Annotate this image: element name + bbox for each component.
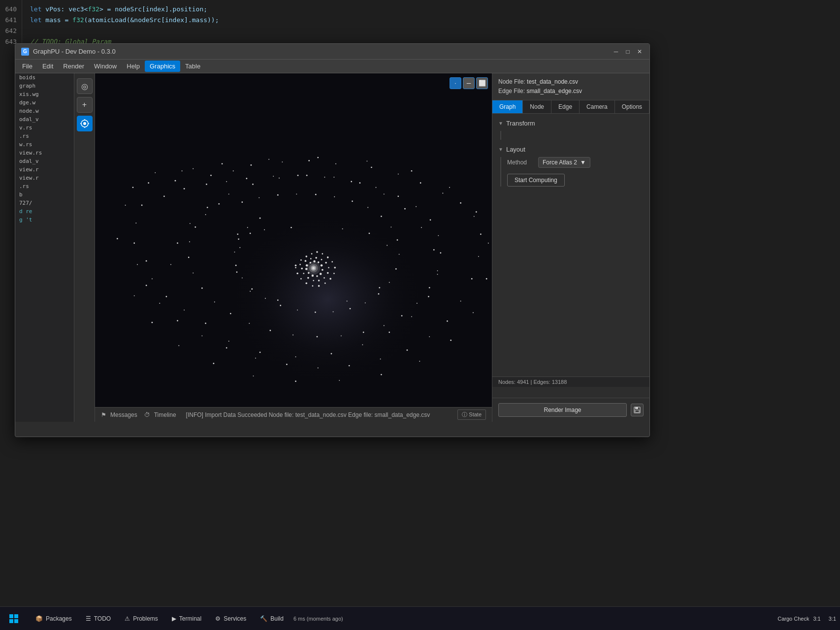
start-button[interactable] — [4, 610, 24, 628]
file-item-boids[interactable]: boids — [15, 73, 74, 82]
file-item-odalv2[interactable]: odal_v — [15, 157, 74, 165]
svg-point-29 — [429, 336, 430, 337]
svg-point-95 — [365, 302, 366, 303]
svg-point-200 — [182, 170, 183, 171]
transform-header[interactable]: ▼ Transform — [498, 120, 644, 127]
file-item-viewr2[interactable]: view.r — [15, 165, 74, 174]
layout-header[interactable]: ▼ Layout — [498, 146, 644, 153]
svg-point-106 — [238, 238, 239, 240]
canvas-btn-2[interactable]: ─ — [463, 77, 475, 89]
file-sidebar: boids graph xis.wg dge.w node.w odal_v v… — [15, 73, 74, 422]
svg-point-148 — [316, 275, 318, 277]
svg-point-52 — [324, 177, 325, 178]
tool-target[interactable] — [77, 116, 93, 131]
taskbar-terminal[interactable]: ▶ Terminal — [166, 610, 207, 628]
menu-graphics[interactable]: Graphics — [145, 61, 180, 72]
taskbar-packages[interactable]: 📦 Packages — [30, 610, 78, 628]
file-item-odal[interactable]: odal_v — [15, 115, 74, 124]
method-dropdown[interactable]: Force Atlas 2 ▼ — [538, 157, 590, 168]
tab-edge[interactable]: Edge — [551, 100, 580, 113]
svg-point-49 — [246, 178, 248, 179]
tool-circle[interactable]: ◎ — [77, 78, 93, 94]
file-item-re[interactable]: d re — [15, 207, 74, 216]
close-button[interactable]: ✕ — [636, 48, 644, 56]
menu-edit[interactable]: Edit — [37, 61, 58, 72]
timeline-icon: ⏱ — [144, 411, 150, 418]
tab-camera[interactable]: Camera — [580, 100, 615, 113]
file-item-node[interactable]: node.w — [15, 107, 74, 115]
svg-point-105 — [234, 252, 235, 252]
taskbar-build[interactable]: 🔨 Build — [254, 610, 290, 628]
svg-point-146 — [322, 269, 323, 271]
file-item-xis[interactable]: xis.wg — [15, 90, 74, 98]
svg-point-134 — [327, 272, 329, 274]
file-item-b[interactable]: b — [15, 190, 74, 199]
file-item-rs1[interactable]: .rs — [15, 132, 74, 140]
file-item-graph[interactable]: graph — [15, 82, 74, 90]
taskbar-problems[interactable]: ⚠ Problems — [119, 610, 164, 628]
title-controls[interactable]: ─ □ ✕ — [612, 48, 644, 56]
taskbar-services[interactable]: ⚙ Services — [209, 610, 252, 628]
svg-point-161 — [387, 245, 388, 246]
graph-canvas-area[interactable]: · ─ ⬜ ⚑ Messages ⏱ Timeline [INFO] Impor… — [95, 73, 492, 422]
svg-point-137 — [313, 280, 314, 282]
svg-point-70 — [249, 323, 250, 324]
canvas-btn-1[interactable]: · — [450, 77, 461, 89]
minimize-button[interactable]: ─ — [612, 48, 620, 56]
right-panel: Node File: test_data_node.csv Edge File:… — [492, 73, 649, 422]
terminal-icon: ▶ — [172, 615, 176, 622]
svg-point-104 — [235, 265, 237, 266]
canvas-btn-3[interactable]: ⬜ — [476, 77, 488, 89]
svg-point-43 — [135, 222, 136, 223]
state-label[interactable]: ⓘ State — [457, 410, 486, 420]
svg-point-203 — [317, 157, 319, 158]
menu-help[interactable]: Help — [122, 61, 145, 72]
menu-window[interactable]: Window — [89, 61, 122, 72]
svg-point-74 — [193, 273, 194, 274]
taskbar: 📦 Packages ☰ TODO ⚠ Problems ▶ Terminal … — [0, 606, 840, 630]
app-window: G GraphPU - Dev Demo - 0.3.0 ─ □ ✕ File … — [15, 43, 650, 437]
file-item-v[interactable]: v.rs — [15, 124, 74, 132]
file-item-wrs[interactable]: w.rs — [15, 140, 74, 149]
svg-point-113 — [316, 251, 318, 253]
svg-point-128 — [305, 260, 307, 262]
file-item-rs2[interactable]: .rs — [15, 182, 74, 190]
file-item-viewrs[interactable]: view.rs — [15, 149, 74, 157]
tab-node[interactable]: Node — [523, 100, 551, 113]
status-icons: ⚑ Messages ⏱ Timeline — [101, 411, 176, 418]
menu-file[interactable]: File — [17, 61, 37, 72]
svg-point-180 — [411, 316, 412, 317]
start-computing-button[interactable]: Start Computing — [507, 172, 644, 187]
node-file-value: test_data_node.csv — [527, 78, 578, 85]
render-image-button[interactable]: Render Image — [498, 403, 627, 417]
start-btn[interactable]: Start Computing — [507, 174, 565, 187]
svg-point-10 — [175, 180, 176, 182]
svg-point-168 — [250, 233, 251, 234]
svg-point-133 — [328, 267, 329, 268]
timeline-label[interactable]: Timeline — [154, 411, 176, 418]
file-item-dge[interactable]: dge.w — [15, 98, 74, 107]
file-item-viewr3[interactable]: view.r — [15, 174, 74, 182]
svg-point-120 — [324, 283, 326, 284]
messages-label[interactable]: Messages — [110, 411, 137, 418]
restore-button[interactable]: □ — [624, 48, 632, 56]
tab-graph[interactable]: Graph — [492, 100, 523, 113]
svg-point-73 — [201, 287, 203, 289]
svg-point-183 — [433, 249, 435, 251]
file-item-t[interactable]: g 't — [15, 216, 74, 224]
tab-options[interactable]: Options — [615, 100, 649, 113]
render-save-icon[interactable] — [631, 404, 644, 416]
tool-add[interactable]: + — [77, 97, 93, 113]
taskbar-todo[interactable]: ☰ TODO — [80, 610, 117, 628]
svg-point-165 — [250, 291, 251, 292]
svg-point-82 — [277, 194, 279, 196]
svg-point-16 — [308, 160, 310, 161]
edge-file-label: Edge File: — [498, 88, 525, 94]
file-item-path[interactable]: 727/ — [15, 199, 74, 207]
svg-point-129 — [310, 258, 312, 259]
svg-point-78 — [205, 214, 206, 215]
menu-table[interactable]: Table — [180, 61, 205, 72]
svg-point-160 — [369, 233, 370, 234]
svg-point-59 — [440, 252, 441, 254]
menu-render[interactable]: Render — [58, 61, 89, 72]
